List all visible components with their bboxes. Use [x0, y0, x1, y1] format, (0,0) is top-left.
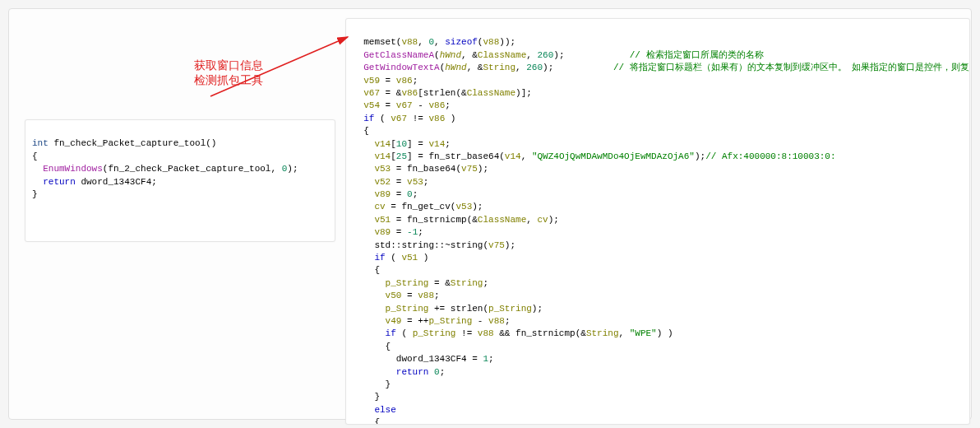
- code-token: dword_1343CF4;: [76, 177, 157, 187]
- code-token: !=: [407, 114, 428, 123]
- code-token: }: [353, 379, 391, 389]
- code-token: v14: [374, 139, 391, 149]
- code-token: ClassName: [467, 88, 515, 98]
- code-token: );: [553, 50, 564, 60]
- code-token: = fn_get_cv(: [386, 202, 456, 212]
- code-token: ;: [413, 76, 418, 86]
- code-token: [353, 76, 363, 86]
- code-token: p_String: [488, 304, 532, 314]
- code-token: [353, 88, 363, 98]
- left-code-panel: int fn_check_Packet_capture_tool() { Enu…: [25, 119, 335, 242]
- code-token: 260: [537, 50, 553, 60]
- code-token: hWnd: [445, 63, 466, 72]
- code-token: v89: [374, 227, 391, 237]
- code-token: =: [391, 227, 407, 237]
- code-token: sizeof: [445, 37, 478, 47]
- code-token: ClassName: [478, 50, 526, 60]
- code-token: v75: [461, 164, 478, 174]
- code-token: v67: [396, 100, 413, 110]
- code-token: ;: [440, 367, 446, 377]
- code-token: (: [374, 114, 391, 123]
- annotation-line2: 检测抓包工具: [194, 73, 263, 86]
- code-token: ): [445, 114, 455, 123]
- code-token: ,: [521, 151, 532, 161]
- code-token: fn_check_Packet_capture_tool(): [49, 138, 217, 148]
- code-token: return: [396, 367, 429, 377]
- code-token: GetWindowTextA: [353, 63, 440, 72]
- code-token: -: [472, 316, 488, 326]
- code-token: v52: [374, 177, 391, 187]
- code-token: v49: [386, 316, 402, 326]
- code-token: [353, 215, 374, 225]
- code-token: [: [391, 151, 396, 161]
- code-token: ] =: [407, 139, 428, 149]
- code-token: ] = fn_str_base64(: [407, 151, 505, 161]
- code-token: dword_1343CF4 =: [353, 354, 483, 364]
- code-token: v50: [386, 291, 402, 300]
- code-token: =: [391, 189, 407, 199]
- code-token: =: [380, 76, 396, 86]
- code-token: =: [380, 100, 396, 110]
- code-token: {: [353, 265, 380, 275]
- code-token: && fn_strnicmp(&: [494, 328, 586, 338]
- code-token: v14: [505, 151, 521, 161]
- code-token: (fn_2_check_Packet_capture_tool,: [103, 164, 282, 174]
- code-token: [353, 151, 374, 161]
- code-token: v53: [407, 177, 423, 187]
- code-token: GetClassNameA: [353, 50, 434, 60]
- code-token: std::string::~string(: [353, 240, 488, 250]
- code-token: );: [287, 164, 298, 174]
- code-token: [353, 227, 374, 237]
- code-token: p_String: [413, 328, 456, 338]
- code-token: [353, 189, 374, 199]
- code-comment: // Afx:400000:8:10003:0:: [705, 151, 835, 161]
- code-token: String: [451, 278, 483, 288]
- code-token: v86: [428, 114, 445, 123]
- code-token: else: [374, 405, 395, 415]
- code-token: = fn_base64(: [391, 164, 461, 174]
- code-token: v14: [374, 151, 391, 161]
- code-token: [353, 177, 374, 187]
- code-token: );: [532, 304, 543, 314]
- code-token: ;: [434, 291, 440, 300]
- code-token: v89: [374, 189, 391, 199]
- code-token: 0: [407, 189, 413, 199]
- code-token: }: [32, 189, 38, 199]
- code-token: v51: [374, 215, 391, 225]
- code-token: );: [505, 240, 515, 250]
- code-token: {: [353, 342, 391, 351]
- code-token: ;: [445, 139, 451, 149]
- code-comment: // 将指定窗口标题栏（如果有）的文本复制到缓冲区中。 如果指定的窗口是控件，则…: [553, 63, 970, 72]
- code-token: ,: [526, 50, 537, 60]
- code-token: [353, 139, 374, 149]
- code-token: cv: [537, 215, 548, 225]
- code-token: [353, 291, 386, 300]
- code-token: 10: [396, 139, 407, 149]
- code-token: = fn_strnicmp(&: [391, 215, 478, 225]
- code-token: v51: [401, 253, 418, 263]
- code-token: -: [413, 100, 429, 110]
- code-token: ;: [423, 177, 429, 187]
- code-token: cv: [374, 202, 385, 212]
- code-token: [strlen(&: [418, 88, 466, 98]
- code-token: =: [401, 291, 418, 300]
- code-token: [353, 367, 396, 377]
- code-token: , &: [461, 50, 478, 60]
- code-token: (: [396, 328, 413, 338]
- code-token: hWnd: [440, 50, 461, 60]
- code-token: ;: [488, 354, 494, 364]
- code-token: v88: [488, 316, 505, 326]
- code-token: [353, 405, 374, 415]
- code-token: ;: [445, 100, 451, 110]
- code-token: ;: [418, 227, 423, 237]
- code-token: [353, 304, 386, 314]
- code-token: if: [386, 328, 396, 338]
- code-token: ,: [434, 37, 445, 47]
- code-token: v14: [428, 139, 445, 149]
- code-token: v54: [363, 100, 380, 110]
- code-token: [353, 278, 386, 288]
- code-token: [353, 114, 363, 123]
- code-token: );: [695, 151, 705, 161]
- code-token: !=: [455, 328, 477, 338]
- code-token: );: [543, 63, 553, 72]
